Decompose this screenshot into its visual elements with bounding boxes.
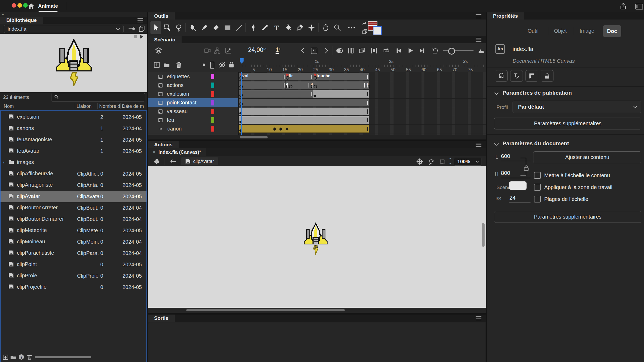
- layer-outline-color-swatch[interactable]: [211, 117, 214, 123]
- tool-line-button[interactable]: [234, 21, 244, 34]
- column-header-name[interactable]: Nom: [4, 102, 14, 110]
- output-menu-icon[interactable]: [476, 316, 481, 320]
- tool-text-button[interactable]: T: [271, 21, 282, 34]
- step-forward-icon[interactable]: [419, 47, 425, 54]
- frames-row[interactable]: ⚑vol⚑tir⚑touche: [239, 72, 486, 81]
- library-row[interactable]: clipAvatarClipAvatar02024-05: [1, 191, 146, 202]
- tool-rectangle-button[interactable]: [222, 21, 233, 34]
- new-layer-icon[interactable]: [154, 62, 160, 68]
- frame-span[interactable]: [288, 81, 310, 89]
- unlock-dimensions-icon[interactable]: [524, 165, 529, 171]
- swap-colors-icon[interactable]: [362, 22, 367, 27]
- library-row[interactable]: ›images: [1, 157, 146, 168]
- symbol-breadcrumb[interactable]: clipAvatar: [181, 157, 218, 165]
- frames-row[interactable]: [239, 98, 486, 107]
- zoom-window-button[interactable]: [23, 3, 28, 8]
- highlight-layers-dot-icon[interactable]: [203, 64, 205, 66]
- stroke-color-swatch[interactable]: [373, 26, 382, 35]
- step-back-icon[interactable]: [395, 47, 402, 54]
- tool-fluid-brush-button[interactable]: [187, 21, 198, 34]
- fit-to-content-button[interactable]: Ajuster au contenu: [533, 151, 641, 163]
- frame-span[interactable]: [313, 90, 369, 98]
- tab-animate[interactable]: Animate: [39, 2, 58, 11]
- clip-content-icon[interactable]: [439, 158, 446, 165]
- tool-subselection-button[interactable]: [162, 21, 173, 34]
- workspace-layout-icon[interactable]: [635, 3, 643, 10]
- timeline-zoom-slider-handle[interactable]: [448, 48, 455, 55]
- stage-vertical-scrollbar[interactable]: [482, 223, 485, 247]
- timeline-layer-etiquettes[interactable]: etiquettes: [148, 72, 238, 81]
- scale-content-checkbox[interactable]: [534, 172, 541, 179]
- timeline-layer-actions[interactable]: actions: [148, 81, 238, 90]
- pin-library-icon[interactable]: [128, 26, 136, 31]
- tool-more-button[interactable]: [346, 21, 357, 34]
- library-row[interactable]: clipBoutonArreterClipBout...02024-04: [1, 202, 146, 214]
- share-icon[interactable]: [619, 2, 627, 10]
- current-frame-control[interactable]: 1F: [276, 46, 281, 54]
- frame-span[interactable]: a: [366, 81, 369, 89]
- layer-outline-color-swatch[interactable]: [211, 126, 214, 132]
- profile-select[interactable]: Par défaut: [513, 101, 641, 113]
- hide-layers-icon[interactable]: [219, 61, 226, 68]
- onion-skin-icon[interactable]: [336, 47, 343, 54]
- timeline-layer-explosion[interactable]: explosion: [148, 90, 238, 99]
- tool-bone-button[interactable]: [260, 21, 270, 34]
- library-horizontal-scrollbar[interactable]: [35, 356, 91, 358]
- layer-stack-icon[interactable]: [155, 47, 163, 55]
- center-frame-icon[interactable]: [311, 48, 317, 54]
- close-document-icon[interactable]: ×: [153, 150, 155, 155]
- tab-properties[interactable]: Propriétés: [487, 12, 524, 20]
- close-window-button[interactable]: [12, 3, 16, 8]
- layer-outline-color-swatch[interactable]: [211, 100, 214, 105]
- lock-layers-icon[interactable]: [229, 61, 234, 68]
- apply-workspace-checkbox[interactable]: [534, 184, 541, 191]
- frame-span[interactable]: [239, 108, 369, 115]
- frame-span[interactable]: [313, 81, 366, 89]
- lock-guides-button[interactable]: [541, 70, 553, 82]
- timeline-menu-icon[interactable]: [476, 38, 481, 42]
- library-search-box[interactable]: [51, 93, 145, 102]
- column-header-date[interactable]: Date de m: [122, 102, 144, 110]
- frame-span[interactable]: ⚑vol: [239, 73, 285, 80]
- frame-span[interactable]: [239, 90, 313, 98]
- tab-library[interactable]: Bibliothèque: [0, 17, 43, 24]
- onion-skin-outlines-icon[interactable]: [347, 47, 354, 54]
- layer-outline-color-swatch[interactable]: [211, 83, 214, 88]
- library-row[interactable]: clipPoint02024-05: [1, 259, 146, 270]
- playhead-line[interactable]: [241, 72, 242, 135]
- tab-outil[interactable]: Outil: [528, 28, 538, 34]
- rulers-button[interactable]: [525, 70, 538, 82]
- frame-graph-icon[interactable]: [225, 47, 232, 54]
- library-row[interactable]: clipBoutonDemarrerClipBout...02024-04: [1, 214, 146, 225]
- library-row[interactable]: clipProieClipProie02024-05: [1, 270, 146, 282]
- library-row[interactable]: clipAfficheurVieClipAffic...02024-05: [1, 168, 146, 180]
- preview-stop-icon[interactable]: [134, 35, 137, 38]
- delete-layer-icon[interactable]: [176, 61, 182, 68]
- tool-eraser-button[interactable]: [211, 21, 221, 34]
- document-more-settings-button[interactable]: Paramètres supplémentaires: [494, 211, 641, 223]
- tools-menu-icon[interactable]: [476, 14, 481, 18]
- next-keyframe-icon[interactable]: [323, 47, 329, 54]
- stage-canvas[interactable]: [148, 166, 486, 308]
- tab-tools[interactable]: Outils: [148, 12, 175, 20]
- tab-doc[interactable]: Doc: [603, 25, 621, 37]
- fps-input[interactable]: 24: [509, 195, 531, 203]
- frame-span[interactable]: [239, 116, 369, 124]
- frame-span[interactable]: ⚑tir: [285, 73, 313, 80]
- preview-play-icon[interactable]: [140, 35, 143, 39]
- layer-parenting-icon[interactable]: [214, 47, 221, 54]
- timeline-layer-vaisseau[interactable]: vaisseau: [148, 107, 238, 116]
- tool-paint-bucket-button[interactable]: [283, 21, 293, 34]
- library-row[interactable]: clipProjectile02024-05: [1, 282, 146, 293]
- actions-menu-icon[interactable]: [476, 143, 481, 147]
- section-chevron-icon[interactable]: [494, 92, 499, 95]
- library-row[interactable]: clipMeteoriteClipMete...02024-05: [1, 225, 146, 236]
- insert-frame-icon[interactable]: [371, 47, 377, 54]
- timeline-layer-feu[interactable]: feu: [148, 116, 238, 125]
- scale-ranges-checkbox[interactable]: [534, 196, 541, 202]
- publish-section-header[interactable]: Paramètres de publication: [503, 90, 572, 96]
- new-folder-icon[interactable]: [10, 355, 16, 360]
- library-row[interactable]: clipParachutisteClipPara...02024-04: [1, 248, 146, 259]
- edit-scene-icon[interactable]: [154, 158, 160, 165]
- back-arrow-icon[interactable]: [169, 158, 176, 164]
